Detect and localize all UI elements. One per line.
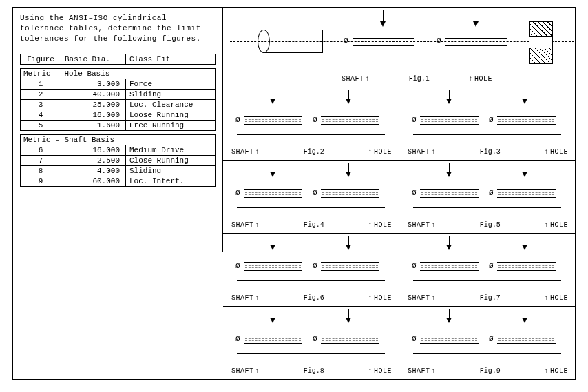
diameter-icon: Ø [344,37,348,44]
table-header-row: Figure Basic Dia. Class Fit [21,54,216,64]
col-basic-dia: Basic Dia. [61,54,126,64]
fig1-cell: Ø Ø SHAFT Fi [223,8,575,87]
fig7-cell: Ø Ø SHAFT Fig.7 HOLE [399,233,575,306]
instructions-text: Using the ANSI–ISO cylindrical tolerance… [20,13,216,44]
col-figure: Figure [21,54,61,64]
spec-table: Figure Basic Dia. Class Fit Metric – Hol… [20,54,216,187]
fig5-cell: Ø Ø SHAFT Fig.5 HOLE [399,160,575,233]
section-hole-basis: Metric – Hole Basis [21,68,216,79]
fig4-cell: Ø Ø SHAFT Fig.4 HOLE [223,160,399,233]
hole-label: HOLE [467,75,492,83]
fig9-cell: Ø Ø SHAFT Fig.9 HOLE [399,306,575,379]
fig6-cell: Ø Ø SHAFT Fig.6 HOLE [223,233,399,306]
fig1: Ø Ø SHAFT Fi [223,5,575,84]
figures-area: Ø Ø SHAFT Fi [223,8,575,379]
fig8-cell: Ø Ø SHAFT Fig.8 HOLE [223,306,399,379]
section-shaft-basis: Metric – Shaft Basis [21,134,216,145]
drawing-frame: Using the ANSI–ISO cylindrical tolerance… [12,7,576,380]
left-column: Using the ANSI–ISO cylindrical tolerance… [13,8,223,252]
shaft-label: SHAFT [342,75,371,83]
shaft-label: SHAFT [231,148,261,156]
hole-label: HOLE [366,148,392,156]
fig3-cell: Ø Ø SHAFT Fig.3 HOLE [399,87,575,160]
fig-caption: Fig.1 [409,75,430,83]
diameter-icon: Ø [437,37,441,44]
fig-caption: Fig.2 [304,148,324,156]
fig2: Ø Ø SHAFT Fig.2 HOLE [223,85,399,157]
col-class-fit: Class Fit [126,54,216,64]
fig3: Ø Ø SHAFT Fig.3 HOLE [399,85,575,157]
fig2-cell: Ø Ø SHAFT Fig.2 HOLE [223,87,399,160]
